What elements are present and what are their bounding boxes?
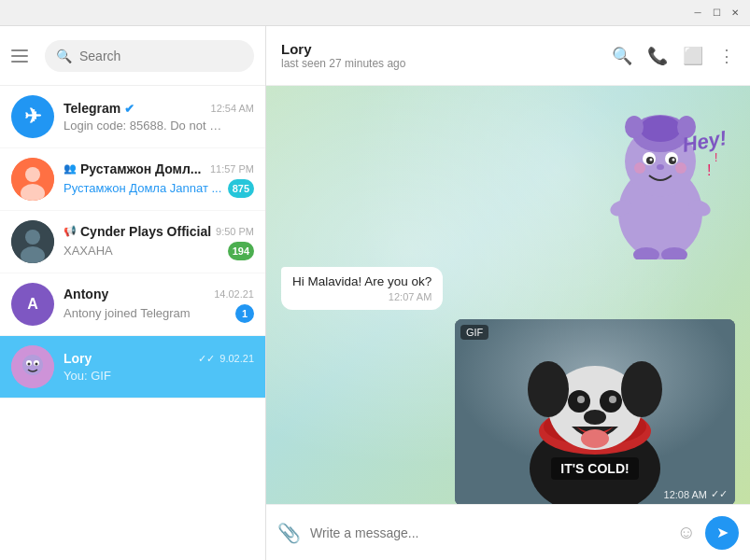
send-icon-arrow: ➤ (716, 524, 729, 541)
svg-point-25 (675, 162, 686, 174)
gif-container: GIF IT'S COLD! 12:08 AM ✓✓ (455, 319, 735, 504)
chat-info-antony: Antony 14.02.21 Antony joined Telegram 1 (64, 287, 254, 323)
channel-icon-cynder: 📢 (64, 225, 77, 237)
minimize-button[interactable]: ─ (690, 6, 705, 21)
chat-preview-rustam: Рустамжон Домла Jannат ... (64, 181, 221, 195)
svg-point-10 (28, 363, 31, 366)
chat-preview-telegram: Login code: 85688. Do not give thi... (64, 119, 222, 133)
chat-time-rustam: 11:57 PM (210, 163, 254, 175)
svg-text:!: ! (715, 151, 717, 164)
svg-point-45 (609, 396, 616, 403)
chat-preview-antony: Antony joined Telegram (64, 306, 191, 320)
search-icon: 🔍 (56, 49, 72, 63)
svg-point-11 (35, 363, 38, 366)
group-icon-rustam: 👥 (64, 162, 77, 175)
gif-wrapper: GIF IT'S COLD! 12:08 AM ✓✓ (455, 319, 735, 504)
chat-list: ✈ Telegram ✔ 12:54 AM Login code: 85688.… (0, 86, 265, 560)
svg-point-40 (528, 361, 569, 417)
chat-item-rustam[interactable]: 👥 Рустамжон Домл... 11:57 PM Рустамжон Д… (0, 148, 265, 211)
send-button[interactable]: ➤ (705, 516, 739, 550)
chat-name-lory: Lory (64, 351, 92, 366)
message-input[interactable] (310, 516, 668, 550)
chat-name-rustam: 👥 Рустамжон Домл... (64, 161, 201, 176)
svg-point-15 (640, 116, 681, 142)
chat-header-status: last seen 27 minutes ago (281, 57, 601, 70)
gif-badge: GIF (460, 325, 488, 340)
window-chrome: ─ ☐ ✕ (0, 0, 750, 26)
svg-text:!: ! (707, 162, 711, 178)
chat-item-lory[interactable]: Lory ✓✓ 9.02.21 You: GIF (0, 336, 265, 399)
more-options-icon[interactable]: ⋮ (718, 46, 735, 66)
verified-icon-telegram: ✔ (124, 102, 134, 116)
chat-messages: Hey! ! ! Hi Malavida! Are you ok? 12:07 … (266, 86, 750, 504)
svg-point-1 (25, 167, 40, 182)
message-meta-incoming: 12:07 AM (292, 291, 432, 302)
chat-info-cynder: 📢 Cynder Plays Official 9:50 PM ХАХАНА 1… (64, 224, 254, 260)
search-header-icon[interactable]: 🔍 (612, 46, 632, 66)
svg-point-47 (581, 429, 609, 448)
svg-point-4 (25, 230, 40, 245)
chat-time-telegram: 12:54 AM (211, 103, 254, 114)
header-icons: 🔍 📞 ⬜ ⋮ (612, 46, 735, 66)
dual-screen-icon[interactable]: ⬜ (683, 46, 703, 66)
chat-preview-cynder: ХАХАНА (64, 244, 113, 258)
avatar-antony: A (11, 283, 54, 326)
search-input[interactable] (79, 49, 243, 63)
maximize-button[interactable]: ☐ (709, 6, 724, 21)
gif-check-icon: ✓✓ (711, 488, 728, 500)
gif-caption-text: IT'S COLD! (551, 457, 638, 480)
chat-name-telegram: Telegram ✔ (64, 101, 134, 116)
sidebar: 🔍 ✈ Telegram ✔ 12:54 AM Login (0, 26, 266, 560)
chat-time-antony: 14.02.21 (214, 288, 254, 300)
chat-input-bar: 📎 ☺ ➤ (266, 504, 750, 560)
chat-preview-lory: You: GIF (64, 369, 111, 383)
message-bubble-incoming: Hi Malavida! Are you ok? 12:07 AM (281, 267, 443, 310)
chat-name-cynder: 📢 Cynder Plays Official (64, 224, 211, 239)
chat-header-info: Lory last seen 27 minutes ago (281, 41, 601, 70)
message-row-incoming: Hi Malavida! Are you ok? 12:07 AM (281, 267, 735, 314)
chat-item-cynder[interactable]: 📢 Cynder Plays Official 9:50 PM ХАХАНА 1… (0, 211, 265, 273)
message-text-incoming: Hi Malavida! Are you ok? (292, 274, 432, 288)
chat-item-telegram[interactable]: ✈ Telegram ✔ 12:54 AM Login code: 85688.… (0, 86, 265, 148)
avatar-telegram: ✈ (11, 95, 54, 138)
chat-header-name: Lory (281, 41, 601, 57)
svg-point-22 (650, 159, 653, 161)
sticker-area: Hey! ! ! (281, 101, 735, 259)
sidebar-header: 🔍 (0, 26, 265, 86)
gif-meta: 12:08 AM ✓✓ (664, 488, 728, 500)
badge-rustam: 875 (228, 179, 254, 198)
chat-info-telegram: Telegram ✔ 12:54 AM Login code: 85688. D… (64, 101, 254, 133)
badge-antony: 1 (235, 304, 254, 323)
emoji-icon[interactable]: ☺ (677, 522, 696, 543)
svg-point-16 (625, 116, 644, 138)
chat-item-antony[interactable]: A Antony 14.02.21 Antony joined Telegram… (0, 273, 265, 336)
message-row-gif: GIF IT'S COLD! 12:08 AM ✓✓ (281, 319, 735, 504)
avatar-lory (11, 345, 54, 388)
chat-time-lory: ✓✓ 9.02.21 (198, 353, 254, 365)
chat-info-rustam: 👥 Рустамжон Домл... 11:57 PM Рустамжон Д… (64, 161, 254, 198)
close-button[interactable]: ✕ (728, 6, 743, 21)
chat-info-lory: Lory ✓✓ 9.02.21 You: GIF (64, 351, 254, 383)
message-time-incoming: 12:07 AM (389, 291, 432, 302)
svg-point-44 (577, 396, 585, 403)
app-body: 🔍 ✈ Telegram ✔ 12:54 AM Login (0, 26, 750, 560)
svg-point-41 (621, 361, 662, 417)
svg-point-26 (657, 164, 664, 170)
gif-time: 12:08 AM (664, 489, 707, 500)
badge-cynder: 194 (228, 242, 254, 260)
svg-point-23 (672, 159, 675, 161)
sticker-svg: Hey! ! ! (586, 101, 735, 259)
search-box[interactable]: 🔍 (45, 40, 254, 72)
hamburger-icon[interactable] (11, 45, 34, 67)
sticker-image: Hey! ! ! (586, 101, 735, 259)
avatar-cynder (11, 220, 54, 263)
phone-icon[interactable]: 📞 (647, 46, 668, 66)
svg-point-24 (634, 162, 645, 174)
chat-name-antony: Antony (64, 287, 108, 301)
gif-caption: IT'S COLD! (455, 457, 735, 480)
attach-icon[interactable]: 📎 (277, 522, 301, 544)
chat-main: Lory last seen 27 minutes ago 🔍 📞 ⬜ ⋮ (266, 26, 750, 560)
avatar-rustam (11, 158, 54, 201)
chat-header: Lory last seen 27 minutes ago 🔍 📞 ⬜ ⋮ (266, 26, 750, 86)
chat-time-cynder: 9:50 PM (216, 226, 254, 237)
